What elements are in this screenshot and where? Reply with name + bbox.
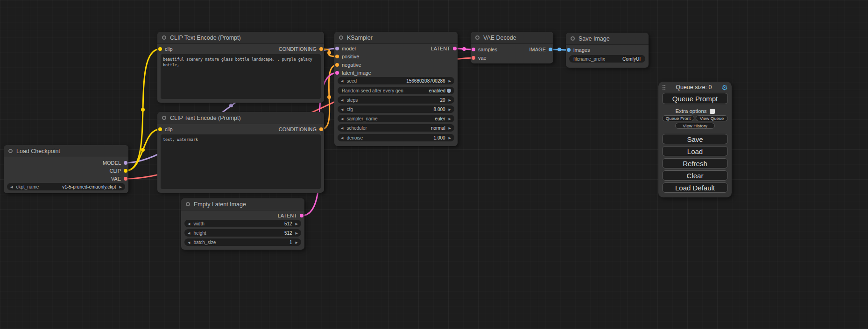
wire-midpoint-dot	[557, 48, 561, 51]
latent-output-dot[interactable]	[453, 47, 457, 50]
settings-gear-icon[interactable]: ⚙	[722, 84, 728, 91]
decrement-arrow-icon[interactable]: ◀	[341, 98, 343, 102]
widget-value: ComfyUI	[622, 56, 641, 62]
sampler-name-widget[interactable]: ◀ sampler_name euler ▶	[338, 115, 454, 122]
decrement-arrow-icon[interactable]: ◀	[341, 117, 343, 120]
increment-arrow-icon[interactable]: ▶	[296, 222, 298, 225]
clip-input-dot[interactable]	[158, 47, 162, 51]
collapse-dot-icon[interactable]	[162, 116, 166, 120]
random-seed-toggle-widget[interactable]: Random seed after every gen enabled	[338, 87, 454, 94]
decrement-arrow-icon[interactable]: ◀	[341, 79, 343, 83]
load-default-button[interactable]: Load Default	[662, 182, 728, 193]
collapse-dot-icon[interactable]	[475, 35, 480, 40]
image-output-dot[interactable]	[549, 48, 552, 51]
model-input-dot[interactable]	[335, 47, 339, 50]
node-title-bar[interactable]: KSampler	[334, 32, 458, 44]
decrement-arrow-icon[interactable]: ◀	[188, 241, 190, 244]
clip-input-dot[interactable]	[158, 127, 162, 131]
queue-prompt-button[interactable]: Queue Prompt	[662, 93, 728, 104]
node-title-bar[interactable]: Empty Latent Image	[181, 198, 304, 210]
node-load-checkpoint[interactable]: Load Checkpoint MODEL CLIP VAE ◀ ckpt_na…	[4, 145, 128, 193]
conditioning-output-dot[interactable]	[319, 127, 323, 131]
queue-front-button[interactable]: Queue Front	[662, 115, 694, 121]
node-title: CLIP Text Encode (Prompt)	[170, 35, 241, 41]
node-clip-text-encode-positive[interactable]: CLIP Text Encode (Prompt) clip CONDITION…	[157, 32, 324, 103]
increment-arrow-icon[interactable]: ▶	[120, 185, 122, 189]
drag-handle-icon[interactable]	[662, 84, 666, 90]
increment-arrow-icon[interactable]: ▶	[449, 108, 451, 111]
decrement-arrow-icon[interactable]: ◀	[341, 108, 343, 111]
negative-input-dot[interactable]	[335, 63, 339, 67]
batch-size-widget[interactable]: ◀ batch_size 1 ▶	[184, 238, 301, 246]
load-button[interactable]: Load	[662, 146, 728, 156]
toggle-knob-icon[interactable]	[447, 89, 451, 93]
node-title-bar[interactable]: CLIP Text Encode (Prompt)	[157, 32, 324, 44]
images-input-dot[interactable]	[567, 48, 571, 52]
decrement-arrow-icon[interactable]: ◀	[341, 126, 343, 130]
node-title: VAE Decode	[483, 35, 516, 41]
samples-input-dot[interactable]	[472, 48, 475, 51]
vae-input-dot[interactable]	[472, 56, 475, 60]
conditioning-output-dot[interactable]	[319, 47, 323, 51]
positive-prompt-textarea[interactable]: beautiful scenery nature glass bottle la…	[161, 54, 321, 99]
view-history-button[interactable]: View History	[675, 123, 715, 129]
node-graph-canvas[interactable]: Load Checkpoint MODEL CLIP VAE ◀ ckpt_na…	[0, 0, 868, 329]
cfg-widget[interactable]: ◀ cfg 8.000 ▶	[338, 105, 454, 113]
node-title-bar[interactable]: CLIP Text Encode (Prompt)	[157, 112, 324, 124]
collapse-dot-icon[interactable]	[571, 36, 575, 41]
decrement-arrow-icon[interactable]: ◀	[341, 136, 343, 140]
extra-options-checkbox[interactable]	[710, 109, 715, 114]
refresh-button[interactable]: Refresh	[662, 158, 728, 168]
collapse-dot-icon[interactable]	[339, 35, 343, 40]
filename-prefix-widget[interactable]: filename_prefix ComfyUI	[569, 55, 645, 63]
widget-value: 1	[289, 240, 292, 245]
increment-arrow-icon[interactable]: ▶	[449, 79, 451, 83]
increment-arrow-icon[interactable]: ▶	[296, 231, 298, 235]
model-output-dot[interactable]	[124, 161, 127, 165]
node-title-bar[interactable]: Save Image	[566, 33, 649, 45]
decrement-arrow-icon[interactable]: ◀	[10, 185, 13, 189]
node-title: Load Checkpoint	[16, 148, 60, 154]
vae-output-dot[interactable]	[124, 177, 127, 181]
increment-arrow-icon[interactable]: ▶	[449, 136, 451, 140]
seed-widget[interactable]: ◀ seed 156680208700286 ▶	[338, 77, 454, 84]
increment-arrow-icon[interactable]: ▶	[449, 117, 451, 120]
extra-options-label: Extra options	[675, 108, 706, 114]
decrement-arrow-icon[interactable]: ◀	[188, 222, 190, 225]
wire-midpoint-dot	[141, 108, 145, 112]
node-empty-latent-image[interactable]: Empty Latent Image LATENT ◀ width 512 ▶ …	[181, 198, 304, 250]
increment-arrow-icon[interactable]: ▶	[449, 98, 451, 102]
widget-label: scheduler	[346, 126, 367, 131]
steps-widget[interactable]: ◀ steps 20 ▶	[338, 96, 454, 104]
collapse-dot-icon[interactable]	[162, 35, 166, 40]
node-save-image[interactable]: Save Image images filename_prefix ComfyU…	[566, 33, 649, 68]
clip-output-dot[interactable]	[124, 169, 127, 173]
decrement-arrow-icon[interactable]: ◀	[188, 231, 190, 235]
node-ksampler[interactable]: KSampler model LATENT positive negative …	[334, 32, 458, 146]
latent-image-input-dot[interactable]	[335, 71, 339, 75]
model-input-label: model	[342, 46, 356, 51]
positive-input-dot[interactable]	[335, 55, 339, 58]
save-button[interactable]: Save	[662, 134, 728, 144]
width-widget[interactable]: ◀ width 512 ▶	[184, 220, 301, 227]
height-widget[interactable]: ◀ height 512 ▶	[184, 229, 301, 237]
clear-button[interactable]: Clear	[662, 170, 728, 181]
latent-output-label: LATENT	[431, 46, 450, 51]
node-title-bar[interactable]: VAE Decode	[471, 32, 553, 44]
collapse-dot-icon[interactable]	[186, 202, 190, 206]
widget-label: denoise	[346, 135, 363, 140]
node-clip-text-encode-negative[interactable]: CLIP Text Encode (Prompt) clip CONDITION…	[157, 112, 324, 193]
denoise-widget[interactable]: ◀ denoise 1.000 ▶	[338, 134, 454, 141]
increment-arrow-icon[interactable]: ▶	[449, 126, 451, 130]
scheduler-widget[interactable]: ◀ scheduler normal ▶	[338, 124, 454, 132]
negative-prompt-textarea[interactable]: text, watermark	[161, 134, 321, 189]
slot-row: images	[566, 46, 649, 54]
ckpt-name-widget[interactable]: ◀ ckpt_name v1-5-pruned-emaonly.ckpt ▶	[7, 183, 125, 190]
latent-output-dot[interactable]	[300, 214, 303, 217]
model-output-label: MODEL	[103, 160, 121, 166]
view-queue-button[interactable]: View Queue	[696, 115, 728, 121]
increment-arrow-icon[interactable]: ▶	[296, 241, 298, 244]
node-title-bar[interactable]: Load Checkpoint	[4, 145, 128, 157]
node-vae-decode[interactable]: VAE Decode samples IMAGE vae	[471, 32, 553, 63]
collapse-dot-icon[interactable]	[8, 149, 13, 153]
